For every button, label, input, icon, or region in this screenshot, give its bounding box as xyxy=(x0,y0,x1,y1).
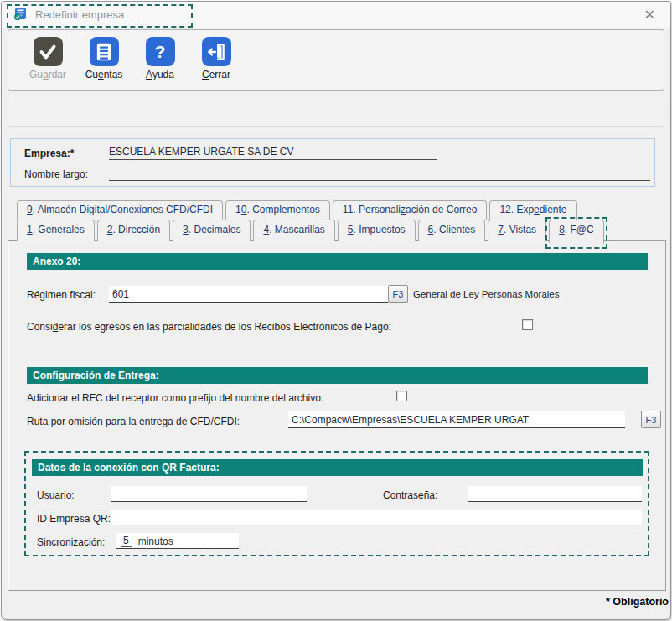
close-icon[interactable]: ✕ xyxy=(639,5,660,25)
ruta-entrega-input[interactable] xyxy=(288,411,625,428)
toolbar-button-cerrar[interactable]: Cerrar xyxy=(195,37,237,80)
usuario-label: Usuario: xyxy=(37,489,75,501)
help-question-icon: ? xyxy=(146,37,175,66)
tab-2-direccion[interactable]: 2. Dirección xyxy=(97,220,170,241)
toolbar: Guardar Cuentas ? Ayuda Cerrar xyxy=(8,29,664,91)
app-icon xyxy=(13,7,28,23)
id-empresa-qr-label: ID Empresa QR: xyxy=(37,513,111,525)
tab-10-complementos[interactable]: 10. Complementos xyxy=(225,200,330,220)
tab-row-secondary: 9. Almacén Digital/Conexiones CFD/CFDI 1… xyxy=(17,200,580,220)
rfc-prefijo-checkbox[interactable] xyxy=(396,391,407,401)
nombre-largo-input[interactable] xyxy=(109,167,650,181)
tab-content-fac: Anexo 20: Régimen fiscal: F3 General de … xyxy=(8,240,666,591)
tab-9-almacen-digital[interactable]: 9. Almacén Digital/Conexiones CFD/CFDI xyxy=(17,200,223,220)
section-header-entrega: Configuración de Entrega: xyxy=(27,367,648,384)
egresos-checkbox[interactable] xyxy=(522,319,533,330)
tab-5-impuestos[interactable]: 5. Impuestos xyxy=(338,220,416,241)
regimen-description: General de Ley Personas Morales xyxy=(413,289,560,299)
tab-8-fac[interactable]: 8. F@C xyxy=(549,220,604,243)
tab-4-mascarillas[interactable]: 4. Mascarillas xyxy=(253,220,334,241)
save-check-icon xyxy=(34,37,63,66)
tab-12-expediente[interactable]: 12. Expediente xyxy=(489,200,576,220)
required-note: * Obligatorio xyxy=(606,596,669,608)
rfc-prefijo-checkbox-label: Adicionar el RFC del receptor como prefi… xyxy=(27,392,323,404)
company-group: Empresa:* ESCUELA KEMPER URGATE SA DE CV… xyxy=(10,138,655,187)
id-empresa-qr-input[interactable] xyxy=(111,510,642,525)
window-title: Redefinir empresa xyxy=(35,8,124,21)
tab-7-vistas[interactable]: 7. Vistas xyxy=(488,220,546,241)
sincronizacion-value: 5 xyxy=(121,535,132,547)
tab-3-decimales[interactable]: 3. Decimales xyxy=(173,220,251,241)
empresa-label: Empresa:* xyxy=(24,147,74,159)
toolbar-button-cuentas[interactable]: Cuentas xyxy=(83,37,125,80)
tab-1-generales[interactable]: 1. Generales xyxy=(17,220,95,241)
titlebar: Redefinir empresa ✕ xyxy=(2,2,670,28)
accounts-list-icon xyxy=(90,37,119,66)
egresos-checkbox-label: Considerar los egresos en las parcialida… xyxy=(27,321,391,333)
ruta-f3-button[interactable]: F3 xyxy=(641,411,661,428)
header-band xyxy=(8,96,664,127)
toolbar-button-guardar[interactable]: Guardar xyxy=(27,37,69,80)
regimen-fiscal-label: Régimen fiscal: xyxy=(27,289,96,301)
sincronizacion-unit: minutos xyxy=(138,536,173,547)
ruta-entrega-label: Ruta por omisión para la entrega de CFD/… xyxy=(27,416,240,427)
section-header-qr-factura: Datos de la conexión con QR Factura: xyxy=(32,459,643,476)
usuario-input[interactable] xyxy=(111,486,307,502)
tab-6-clientes[interactable]: 6. Clientes xyxy=(418,220,486,241)
redefinir-empresa-window: Redefinir empresa ✕ Guardar Cuentas ? Ay… xyxy=(1,1,671,620)
toolbar-button-ayuda[interactable]: ? Ayuda xyxy=(139,37,181,80)
exit-door-icon xyxy=(202,37,231,66)
contrasena-label: Contraseña: xyxy=(383,489,437,501)
tab-11-personalizacion-correo[interactable]: 11. Personalización de Correo xyxy=(333,200,488,220)
nombre-largo-label: Nombre largo: xyxy=(24,168,88,180)
section-header-anexo20: Anexo 20: xyxy=(27,253,648,270)
empresa-input[interactable]: ESCUELA KEMPER URGATE SA DE CV xyxy=(109,146,437,160)
sincronizacion-input[interactable]: 5 minutos xyxy=(116,533,239,549)
regimen-f3-button[interactable]: F3 xyxy=(388,285,408,303)
sincronizacion-label: Sincronización: xyxy=(37,536,105,548)
contrasena-input[interactable] xyxy=(468,486,642,502)
regimen-fiscal-input[interactable] xyxy=(109,286,388,303)
tab-row-primary: 1. Generales 2. Dirección 3. Decimales 4… xyxy=(17,220,607,243)
